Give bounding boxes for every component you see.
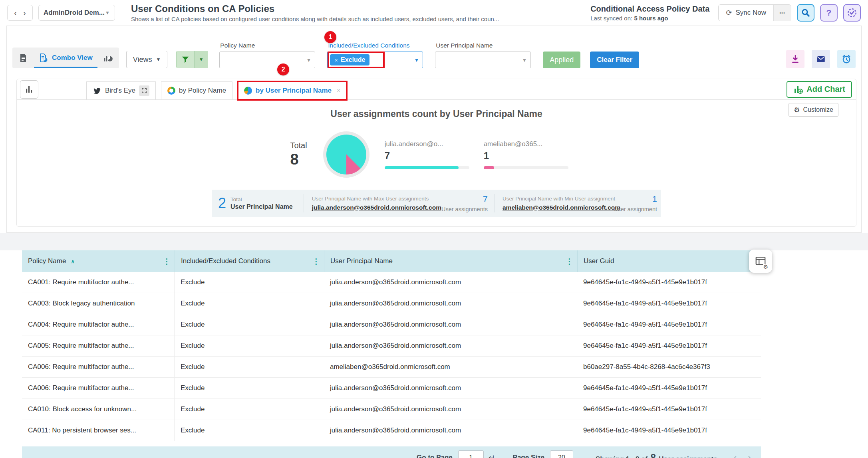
legend-bar (484, 166, 568, 169)
column-menu-icon[interactable]: ⋮ (163, 257, 171, 266)
filter-upn: User Principal Name ▼ (435, 42, 531, 68)
showing-summary: Showing 1 - 8 of 8 User assignments (596, 452, 717, 458)
sync-now-button[interactable]: ⟳ Sync Now (719, 5, 773, 21)
app-header: ‹ › AdminDroid Dem... ▼ User Conditions … (0, 0, 868, 26)
combo-view-icon (39, 53, 48, 63)
filter-label: Included/Excluded Conditions (328, 42, 423, 49)
table-row: CA011: No persistent browser ses... Excl… (22, 420, 761, 441)
legend-item-min: ameliaben@o365... 1 (484, 140, 568, 169)
table-area: Policy Name ∧ ⋮ Included/Excluded Condit… (0, 250, 868, 458)
sync-group: ⟳ Sync Now ••• (718, 4, 791, 21)
legend-item-max: julia.anderson@o... 7 (385, 140, 469, 169)
filter-dropdown-button[interactable]: ▼ (194, 51, 208, 68)
tab-label: Bird's Eye (105, 87, 135, 95)
stat-min-value: 1 (614, 194, 657, 204)
stat-min-link[interactable]: ameliaben@o365droid.onmicrosoft.com (503, 204, 620, 211)
next-page-icon[interactable]: › (748, 452, 751, 458)
cell-conditions: Exclude (175, 363, 324, 371)
tab-by-user-principal-name[interactable]: by User Principal Name × 2 (238, 81, 347, 99)
legend-name: julia.anderson@o... (385, 140, 469, 148)
expand-icon[interactable] (139, 85, 149, 96)
cell-user-guid: 9e64645e-fa1c-4949-a5f1-445e9e1b017f (577, 299, 761, 307)
alarm-clock-icon (841, 54, 852, 64)
stat-min-title: User Principal Name with Min User assign… (503, 196, 614, 202)
add-chart-button[interactable]: Add Chart (787, 81, 852, 98)
close-tab-icon[interactable]: × (337, 87, 340, 94)
column-menu-icon[interactable]: ⋮ (312, 257, 320, 266)
upn-select[interactable]: ▼ (435, 52, 531, 68)
cell-user-guid: 9e64645e-fa1c-4949-a5f1-445e9e1b017f (577, 342, 761, 350)
column-header-user-guid[interactable]: User Guid ⋮ (577, 250, 761, 272)
funnel-icon (181, 55, 190, 64)
exclude-tag: × Exclude (330, 54, 369, 65)
customize-button[interactable]: ⚙ Customize (789, 103, 838, 117)
chevron-down-icon: ▼ (156, 57, 161, 62)
stat-max-value: 7 (441, 194, 488, 204)
export-button[interactable] (786, 50, 804, 68)
workspace-dropdown[interactable]: AdminDroid Dem... ▼ (38, 5, 115, 21)
cell-conditions: Exclude (175, 321, 324, 329)
prev-page-icon[interactable]: ‹ (733, 452, 737, 458)
page-size-input[interactable] (550, 450, 573, 458)
filter-button[interactable] (177, 51, 194, 68)
goto-page-label: Go to Page (417, 454, 453, 458)
tab-label: by Policy Name (179, 87, 226, 95)
cell-upn: julia.anderson@o365droid.onmicrosoft.com (324, 278, 577, 286)
combo-view-tab[interactable]: Combo View (32, 48, 100, 68)
cell-policy-name: CA001: Require multifactor authe... (22, 272, 175, 293)
combo-view-label: Combo View (52, 54, 93, 62)
filter-label: User Principal Name (436, 42, 531, 49)
search-button[interactable] (797, 4, 814, 22)
tab-by-policy-name[interactable]: by Policy Name (161, 81, 232, 99)
back-icon[interactable]: ‹ (14, 9, 17, 17)
tab-birds-eye[interactable]: Bird's Eye (86, 81, 156, 99)
sync-more-button[interactable]: ••• (773, 5, 791, 21)
stat-max-link[interactable]: julia.anderson@o365droid.onmicrosoft.com (312, 204, 441, 211)
cell-upn: julia.anderson@o365droid.onmicrosoft.com (324, 321, 577, 329)
donut-chart-icon (167, 87, 175, 95)
cell-policy-name: CA006: Require multifactor authe... (22, 357, 175, 377)
cell-upn: julia.anderson@o365droid.onmicrosoft.com (324, 342, 577, 350)
applied-button[interactable]: Applied (543, 52, 580, 68)
pie-chart[interactable] (326, 135, 366, 174)
alert-button[interactable] (837, 50, 856, 68)
help-button[interactable]: ? (820, 4, 838, 22)
pie-chart-icon (244, 87, 252, 95)
forward-icon[interactable]: › (23, 9, 26, 17)
email-button[interactable] (812, 50, 830, 68)
stat-min: User Principal Name with Min User assign… (494, 194, 661, 212)
title-block: User Conditions on CA Policies Shows a l… (131, 3, 585, 22)
last-synced: Last synced on: 5 hours ago (590, 15, 709, 22)
chevron-down-icon: ▼ (105, 10, 110, 16)
column-header-upn[interactable]: User Principal Name ⋮ (324, 250, 577, 272)
cell-user-guid: b60ae297-8a55-4b4c-8268-4ac6c4e367f3 (577, 363, 761, 371)
column-menu-icon[interactable]: ⋮ (566, 257, 573, 266)
grid-view-button[interactable] (15, 50, 32, 66)
remove-tag-icon[interactable]: × (334, 57, 338, 63)
column-header-conditions[interactable]: Included/Excluded Conditions ⋮ (175, 250, 324, 272)
filter-toolbar: Combo View Views ▼ ▼ (7, 26, 861, 79)
sort-asc-icon: ∧ (71, 258, 75, 264)
column-settings-button[interactable]: ⚙ (749, 250, 772, 273)
stat-max-title: User Principal Name with Max User assign… (312, 196, 441, 202)
schedule-button[interactable] (843, 4, 861, 22)
goto-page-input[interactable] (458, 450, 484, 458)
conditions-select[interactable]: × Exclude 1 ▼ (327, 52, 423, 68)
views-dropdown[interactable]: Views ▼ (126, 51, 168, 68)
cell-conditions: Exclude (175, 342, 324, 350)
page-title: User Conditions on CA Policies (131, 3, 585, 14)
bar-pie-icon (103, 53, 113, 63)
chart-body: User assignments count by User Principal… (17, 100, 856, 226)
view-mode-strip: Combo View (12, 48, 119, 68)
cell-policy-name: CA005: Require multifactor authe... (22, 335, 175, 356)
exclude-tag-wrap: × Exclude 1 (330, 54, 369, 65)
clear-filter-button[interactable]: Clear Filter (590, 52, 639, 68)
section-divider (0, 233, 868, 250)
policy-name-select[interactable]: ▼ (219, 52, 315, 68)
filter-policy-name: Policy Name ▼ (219, 42, 315, 68)
table-row: CA003: Block legacy authentication Exclu… (22, 293, 761, 314)
chart-view-button[interactable] (100, 50, 117, 66)
column-header-policy-name[interactable]: Policy Name ∧ ⋮ (22, 250, 175, 272)
chart-list-button[interactable] (20, 80, 38, 99)
chevron-down-icon: ▼ (306, 57, 311, 63)
